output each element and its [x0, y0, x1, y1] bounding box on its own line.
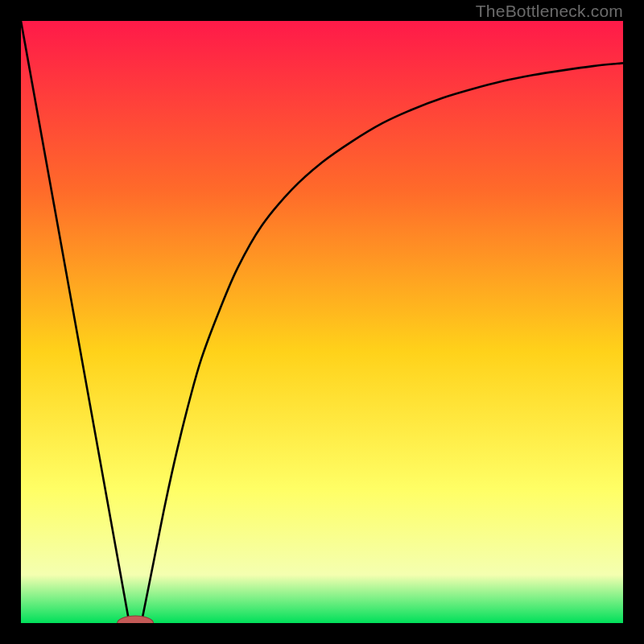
curve-right — [142, 63, 623, 623]
marker-pill — [118, 616, 154, 623]
plot-area — [21, 21, 623, 623]
watermark-text: TheBottleneck.com — [476, 2, 623, 21]
chart-frame: TheBottleneck.com — [0, 0, 644, 644]
chart-curves — [21, 21, 623, 623]
curve-left-leg — [21, 21, 130, 623]
